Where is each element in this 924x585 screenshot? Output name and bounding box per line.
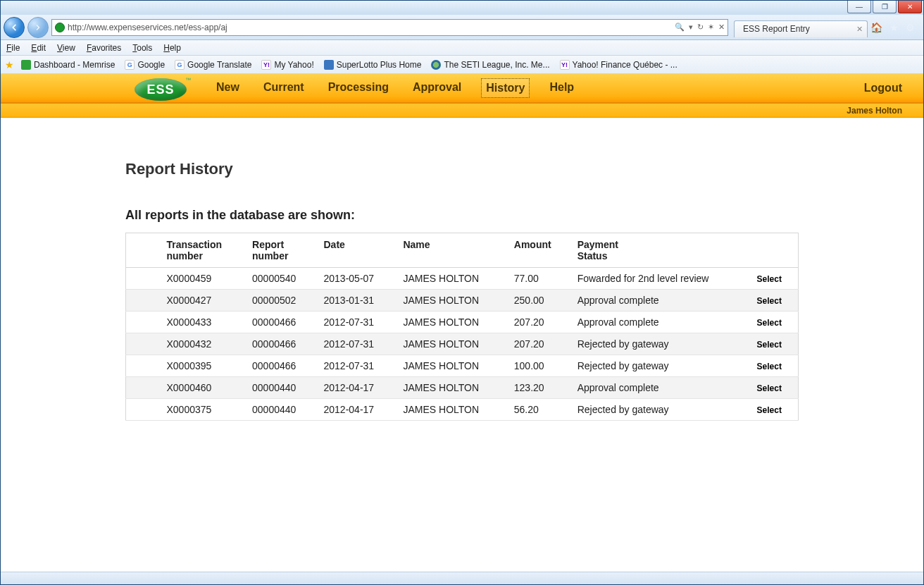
current-user: James Holton — [847, 106, 902, 116]
favorite-label: Google — [137, 60, 165, 70]
table-cell: JAMES HOLTON — [396, 399, 506, 421]
table-row: X0000395000004662012-07-31JAMES HOLTON10… — [126, 355, 799, 377]
favorite-link[interactable]: The SETI League, Inc. Me... — [431, 60, 549, 70]
table-cell: JAMES HOLTON — [396, 377, 506, 399]
table-cell: 207.20 — [507, 312, 570, 333]
favorite-link[interactable]: Dashboard - Memrise — [21, 60, 115, 70]
favorite-favicon-icon: Y! — [261, 60, 271, 70]
table-row: X0000432000004662012-07-31JAMES HOLTON20… — [126, 333, 799, 355]
favorite-link[interactable]: GGoogle — [125, 60, 165, 70]
favorite-link[interactable]: GGoogle Translate — [175, 60, 251, 70]
stop-icon[interactable]: ✕ — [718, 23, 725, 32]
site-favicon-icon — [55, 23, 65, 32]
favorite-link[interactable]: Y!Yahoo! Finance Québec - ... — [560, 60, 678, 70]
table-cell: Rejected by gateway — [570, 355, 750, 377]
favorite-label: Yahoo! Finance Québec - ... — [573, 60, 678, 70]
table-cell: Select — [750, 268, 799, 290]
compat-icon[interactable]: ✶ — [708, 23, 714, 32]
addr-dropdown-icon[interactable]: ▾ — [689, 23, 693, 32]
page-title: Report History — [125, 160, 799, 178]
table-cell: Select — [750, 377, 799, 399]
table-cell: Rejected by gateway — [570, 399, 750, 421]
window-maximize-button[interactable]: ❐ — [873, 1, 897, 13]
favorite-link[interactable]: Y!My Yahoo! — [261, 60, 313, 70]
select-link[interactable]: Select — [757, 296, 782, 306]
table-cell: 77.00 — [507, 268, 570, 290]
column-header — [126, 233, 160, 268]
back-button[interactable] — [4, 17, 25, 38]
menu-view[interactable]: View — [57, 43, 75, 53]
tab-title: ESS Report Entry — [743, 24, 810, 34]
refresh-icon[interactable]: ↻ — [697, 23, 704, 32]
menu-favorites[interactable]: Favorites — [87, 43, 121, 53]
table-cell: Approval complete — [570, 377, 750, 399]
column-header: Amount — [507, 233, 570, 268]
nav-help[interactable]: Help — [545, 78, 578, 98]
table-cell: 2012-04-17 — [317, 377, 397, 399]
nav-processing[interactable]: Processing — [324, 78, 393, 98]
table-cell: JAMES HOLTON — [396, 355, 506, 377]
favorite-label: Dashboard - Memrise — [34, 60, 115, 70]
ess-logo[interactable] — [135, 78, 187, 101]
favorites-icon[interactable]: ★ — [889, 22, 899, 33]
select-link[interactable]: Select — [757, 340, 782, 350]
table-cell: 2012-07-31 — [317, 333, 397, 355]
favorite-link[interactable]: SuperLotto Plus Home — [324, 60, 422, 70]
page-subhead: All reports in the database are shown: — [125, 208, 799, 223]
column-header: Reportnumber — [245, 233, 316, 268]
browser-tab[interactable]: ESS Report Entry ✕ — [734, 20, 868, 37]
nav-current[interactable]: Current — [259, 78, 308, 98]
column-header: PaymentStatus — [570, 233, 750, 268]
address-bar[interactable]: 🔍 ▾ ↻ ✶ ✕ — [51, 19, 728, 36]
nav-approval[interactable]: Approval — [408, 78, 466, 98]
table-row: X0000460000004402012-04-17JAMES HOLTON12… — [126, 377, 799, 399]
menu-help[interactable]: Help — [163, 43, 181, 53]
favorite-favicon-icon: Y! — [560, 60, 570, 70]
url-input[interactable] — [68, 23, 672, 32]
select-link[interactable]: Select — [757, 274, 782, 284]
column-header — [750, 233, 799, 268]
gear-icon[interactable]: ⚙ — [906, 22, 915, 33]
select-link[interactable]: Select — [757, 318, 782, 328]
favorite-favicon-icon — [324, 60, 334, 70]
table-cell: 2013-01-31 — [317, 290, 397, 312]
forward-button[interactable] — [27, 17, 49, 38]
window-minimize-button[interactable]: — — [847, 1, 871, 13]
tab-close-icon[interactable]: ✕ — [856, 25, 863, 34]
favorite-label: My Yahoo! — [274, 60, 313, 70]
table-cell: 2012-07-31 — [317, 355, 397, 377]
table-row: X0000459000005402013-05-07JAMES HOLTON77… — [126, 268, 799, 290]
table-cell — [126, 399, 160, 421]
table-cell: 250.00 — [507, 290, 570, 312]
table-row: X0000427000005022013-01-31JAMES HOLTON25… — [126, 290, 799, 312]
table-cell: 00000540 — [245, 268, 316, 290]
menu-tools[interactable]: Tools — [132, 43, 152, 53]
favorite-favicon-icon: G — [175, 60, 185, 70]
favorites-star-icon[interactable]: ★ — [5, 59, 14, 70]
table-cell — [126, 377, 160, 399]
search-icon[interactable]: 🔍 — [675, 23, 685, 32]
menu-file[interactable]: File — [6, 43, 20, 53]
home-icon[interactable]: 🏠 — [870, 22, 882, 33]
select-link[interactable]: Select — [757, 383, 782, 393]
history-table: TransactionnumberReportnumberDateNameAmo… — [125, 233, 799, 421]
window-close-button[interactable]: ✕ — [898, 1, 922, 13]
table-cell: Select — [750, 290, 799, 312]
table-cell: 207.20 — [507, 333, 570, 355]
table-cell: 00000440 — [245, 399, 316, 421]
table-cell: JAMES HOLTON — [396, 268, 506, 290]
nav-new[interactable]: New — [212, 78, 244, 98]
favorite-favicon-icon — [21, 60, 31, 70]
favorite-label: Google Translate — [187, 60, 251, 70]
table-cell: 2012-04-17 — [317, 399, 397, 421]
menu-edit[interactable]: Edit — [31, 43, 46, 53]
table-cell — [126, 333, 160, 355]
app-header: NewCurrentProcessingApprovalHistoryHelp … — [1, 74, 923, 104]
logout-link[interactable]: Logout — [864, 82, 902, 94]
nav-history[interactable]: History — [481, 78, 530, 98]
status-bar — [1, 572, 923, 584]
favorite-favicon-icon: G — [125, 60, 135, 70]
select-link[interactable]: Select — [757, 362, 782, 371]
table-cell: X0000395 — [160, 355, 246, 377]
select-link[interactable]: Select — [757, 405, 782, 415]
